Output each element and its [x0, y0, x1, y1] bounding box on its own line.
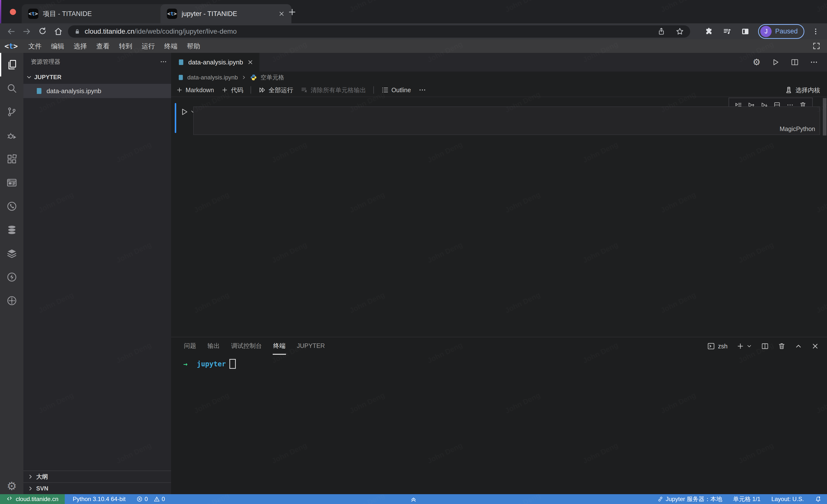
explorer-actions-icon[interactable] [160, 58, 167, 65]
browser-tab-jupyter[interactable]: <t> jupyter - TITANIDE [160, 4, 291, 23]
close-editor-tab-icon[interactable] [247, 59, 253, 65]
side-panel-icon[interactable] [741, 27, 750, 36]
database-icon[interactable] [0, 218, 23, 242]
terminal-shell-chip[interactable]: zsh [707, 342, 728, 350]
add-markdown-button[interactable]: Markdown [176, 87, 214, 94]
explorer-icon[interactable] [0, 53, 23, 76]
notebook-file-icon [177, 58, 184, 66]
more-actions-icon[interactable] [810, 58, 818, 66]
breadcrumb-file[interactable]: data-analysis.ipynb [187, 74, 238, 81]
plus-icon [736, 342, 744, 350]
sidebar-section-outline[interactable]: 大纲 [23, 470, 171, 482]
cell-language-label[interactable]: MagicPython [779, 125, 815, 132]
cell-code-editor[interactable]: MagicPython [193, 106, 820, 135]
reload-icon[interactable] [38, 27, 47, 36]
panel-tab-jupyter[interactable]: JUPYTER [296, 338, 325, 354]
menu-help[interactable]: 帮助 [183, 42, 204, 51]
extensions-puzzle-icon[interactable] [704, 27, 713, 36]
menu-view[interactable]: 查看 [92, 42, 114, 51]
panel-tab-terminal[interactable]: 终端 [273, 338, 286, 355]
fullscreen-icon[interactable] [812, 42, 821, 50]
share-icon[interactable] [657, 27, 666, 36]
maximize-panel-icon[interactable] [794, 342, 802, 350]
error-icon [136, 496, 143, 502]
manage-gear-icon[interactable]: ⚙ [7, 481, 17, 492]
menu-file[interactable]: 文件 [24, 42, 46, 51]
warning-count: 0 [162, 496, 165, 503]
titanide-favicon: <t> [167, 9, 177, 19]
address-bar[interactable]: cloud.titanide.cn/ide/web/coding/jupyter… [68, 25, 690, 38]
forward-icon[interactable] [22, 27, 32, 36]
chevron-down-icon[interactable] [746, 343, 752, 349]
add-code-button[interactable]: 代码 [221, 86, 243, 94]
remote-indicator[interactable]: cloud.titanide.cn [0, 494, 65, 504]
notifications-bell-icon[interactable] [815, 496, 822, 503]
remote-browser-icon[interactable] [0, 171, 23, 194]
menu-edit[interactable]: 编辑 [47, 42, 68, 51]
file-row-notebook[interactable]: data-analysis.ipynb [23, 84, 171, 98]
plus-icon [176, 87, 183, 94]
clear-outputs-button[interactable]: 清除所有单元格输出 [300, 86, 366, 94]
remote-tools-icon[interactable] [0, 289, 23, 313]
menu-run[interactable]: 运行 [137, 42, 159, 51]
outline-button[interactable]: Outline [381, 86, 411, 94]
notebook-toolbar: Markdown 代码 全部运行 清除所有单元格输出 [171, 83, 827, 97]
git-provider-icon[interactable] [0, 194, 23, 218]
panel-actions: zsh [707, 342, 827, 350]
run-notebook-icon[interactable] [771, 58, 780, 66]
python-interpreter[interactable]: Python 3.10.4 64-bit [72, 496, 126, 503]
workbench: ⚙ 资源管理器 JUPYTER data-analysis.ipynb 大纲 [0, 53, 827, 494]
remote-label: cloud.titanide.cn [16, 496, 58, 503]
power-runner-icon[interactable] [0, 265, 23, 289]
home-icon[interactable] [54, 27, 63, 36]
layout-indicator[interactable]: Layout: U.S. [771, 496, 804, 503]
sidebar-section-svn[interactable]: SVN [23, 482, 171, 494]
browser-tab-project[interactable]: <t> 项目 - TITANIDE [22, 4, 172, 23]
expand-panel-chevrons-icon[interactable] [410, 495, 417, 503]
panel-tab-output[interactable]: 输出 [207, 338, 220, 355]
menu-go[interactable]: 转到 [115, 42, 136, 51]
sidebar-section-jupyter[interactable]: JUPYTER [23, 70, 171, 84]
close-panel-icon[interactable] [811, 342, 819, 350]
split-editor-icon[interactable] [790, 58, 799, 66]
jupyter-server-indicator[interactable]: Jupyter 服务器：本地 [657, 495, 722, 503]
close-window-button[interactable] [10, 9, 16, 15]
profile-chip[interactable]: J Paused [758, 24, 805, 39]
chevron-down-icon [26, 74, 32, 80]
bookmark-star-icon[interactable] [675, 27, 684, 36]
editor-tab-notebook[interactable]: data-analysis.ipynb [171, 53, 259, 71]
chevron-right-icon [27, 473, 34, 480]
back-icon[interactable] [6, 27, 16, 36]
cell-focus-indicator [175, 103, 176, 133]
cell-indicator[interactable]: 单元格 1/1 [733, 495, 761, 503]
run-debug-icon[interactable] [0, 124, 23, 147]
python-icon [250, 74, 257, 81]
new-terminal-button[interactable] [736, 342, 752, 350]
search-icon[interactable] [0, 76, 23, 100]
panel-tab-debug-console[interactable]: 调试控制台 [231, 338, 262, 355]
lock-icon [74, 28, 81, 35]
problems-indicator[interactable]: 0 0 [136, 496, 165, 503]
button-label: 清除所有单元格输出 [310, 86, 366, 94]
toolbar-more-icon[interactable] [419, 86, 426, 94]
new-tab-icon[interactable] [288, 7, 297, 17]
select-kernel-button[interactable]: 选择内核 [785, 86, 827, 94]
browser-menu-icon[interactable] [812, 27, 820, 36]
close-tab-icon[interactable] [278, 10, 285, 17]
browser-tab-title: jupyter - TITANIDE [182, 10, 274, 18]
source-control-icon[interactable] [0, 100, 23, 124]
media-controls-icon[interactable] [723, 27, 731, 36]
menu-selection[interactable]: 选择 [69, 42, 91, 51]
kill-terminal-icon[interactable] [778, 342, 786, 350]
notebook-settings-gear-icon[interactable]: ⚙ [753, 58, 761, 67]
run-all-button[interactable]: 全部运行 [258, 86, 293, 94]
layers-docker-icon[interactable] [0, 242, 23, 265]
editor-scrollbar[interactable] [823, 98, 827, 135]
terminal-view[interactable]: → jupyter [171, 355, 827, 494]
breadcrumb-cell[interactable]: 空单元格 [260, 73, 284, 81]
split-terminal-icon[interactable] [761, 342, 769, 350]
extensions-icon[interactable] [0, 147, 23, 171]
panel-tab-problems[interactable]: 问题 [183, 338, 197, 355]
menu-terminal[interactable]: 终端 [160, 42, 182, 51]
python-label: Python 3.10.4 64-bit [72, 496, 126, 503]
